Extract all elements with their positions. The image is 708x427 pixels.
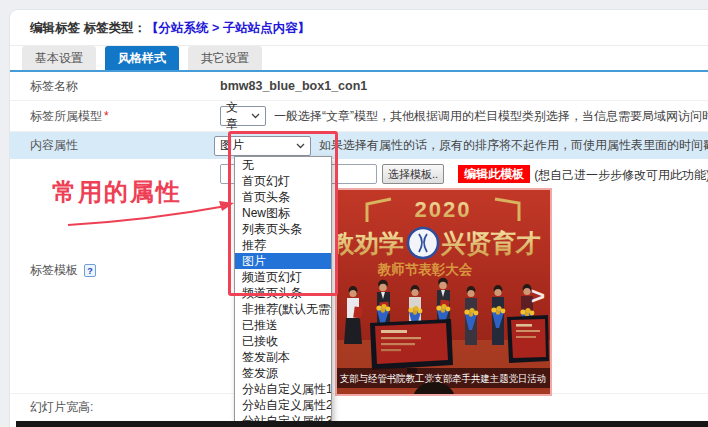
dropdown-option[interactable]: 已推送: [235, 317, 331, 333]
form-row-model: 标签所属模型* 文章 一般选择“文章”模型，其他根据调用的栏目模型类别选择，当信…: [10, 101, 708, 132]
tag-preview-photo: 2020 教劝学 兴贤育才 教师节表彰大会: [335, 188, 552, 396]
form-row-slide-size: 幻灯片宽高:: [10, 394, 708, 421]
banner-sub-text: 教师节表彰大会: [377, 262, 473, 277]
dropdown-option[interactable]: 非推荐(默认无需设置): [235, 301, 331, 317]
tag-name-label: 标签名称: [10, 78, 220, 95]
dropdown-option[interactable]: 无: [235, 157, 331, 173]
banner-left-text: 教劝学: [337, 229, 404, 257]
carousel-next-icon[interactable]: >: [531, 282, 545, 309]
dropdown-option[interactable]: 频道页幻灯: [235, 269, 331, 285]
attribute-label: 内容属性: [10, 137, 214, 154]
dropdown-option[interactable]: 图片: [235, 253, 331, 269]
model-label: 标签所属模型*: [10, 108, 220, 125]
dropdown-option[interactable]: 已接收: [235, 333, 331, 349]
ceremony-photo: 2020 教劝学 兴贤育才 教师节表彰大会: [337, 190, 550, 394]
photo-caption-text: 支部与经管书院教工党支部牵手共建主题党日活动: [340, 373, 546, 384]
chevron-down-icon: [251, 113, 260, 119]
breadcrumb: 【分站系统 > 子站站点内容】: [146, 21, 310, 35]
dropdown-option[interactable]: 分站自定义属性2: [235, 397, 331, 413]
help-question-icon[interactable]: ?: [84, 264, 96, 277]
model-select[interactable]: 文章: [220, 106, 266, 126]
dropdown-option[interactable]: 推荐: [235, 237, 331, 253]
dropdown-option[interactable]: 列表页头条: [235, 221, 331, 237]
model-help-text: 一般选择“文章”模型，其他根据调用的栏目模型类别选择，当信息需要局域网访问时必选: [274, 108, 708, 125]
tag-name-value: bmw83_blue_box1_con1: [220, 79, 367, 93]
slide-size-label: 幻灯片宽高:: [10, 399, 220, 416]
banner-year: 2020: [415, 197, 472, 222]
banner-right-text: 兴贤育才: [440, 229, 541, 257]
chevron-down-icon: [296, 143, 305, 149]
window-bottom-edge: [16, 421, 708, 427]
tab-item[interactable]: 基本设置: [22, 46, 96, 70]
page-title: 编辑标签 标签类型：【分站系统 > 子站站点内容】: [10, 10, 708, 46]
form-row-attribute: 内容属性 图片 如果选择有属性的话，原有的排序将不起作用，而使用属性表里面的时间…: [10, 132, 708, 159]
dropdown-option[interactable]: 签发副本: [235, 349, 331, 365]
dropdown-option[interactable]: 首页头条: [235, 189, 331, 205]
tab-item[interactable]: 风格样式: [105, 46, 179, 70]
annotation-note: 常用的属性: [52, 176, 182, 208]
presentation-screen-left: [370, 319, 453, 373]
dropdown-option[interactable]: 签发源: [235, 365, 331, 381]
dropdown-option[interactable]: New图标: [235, 205, 331, 221]
attribute-dropdown-list: 无首页幻灯首页头条New图标列表页头条推荐图片频道页幻灯频道页头条非推荐(默认无…: [234, 156, 332, 427]
edit-template-note: (想自己进一步步修改可用此功能): [534, 167, 708, 184]
attribute-help-text: 如果选择有属性的话，原有的排序将不起作用，而使用属性表里面的时间戳作为排序条件: [319, 137, 708, 154]
dropdown-option[interactable]: 首页幻灯: [235, 173, 331, 189]
page-title-text: 编辑标签 标签类型：: [30, 21, 146, 35]
required-asterisk: *: [104, 109, 109, 123]
edit-template-button[interactable]: 编辑此模板: [458, 165, 530, 183]
dropdown-option[interactable]: 分站自定义属性1: [235, 381, 331, 397]
form-row-tag-name: 标签名称 bmw83_blue_box1_con1: [10, 72, 708, 101]
attribute-select[interactable]: 图片: [214, 136, 311, 156]
tabs: 基本设置风格样式其它设置: [10, 46, 708, 72]
tab-item[interactable]: 其它设置: [188, 46, 262, 70]
presentation-screen-right: [507, 315, 549, 363]
dropdown-option[interactable]: 频道页头条: [235, 285, 331, 301]
choose-template-button[interactable]: 选择模板..: [382, 164, 444, 184]
